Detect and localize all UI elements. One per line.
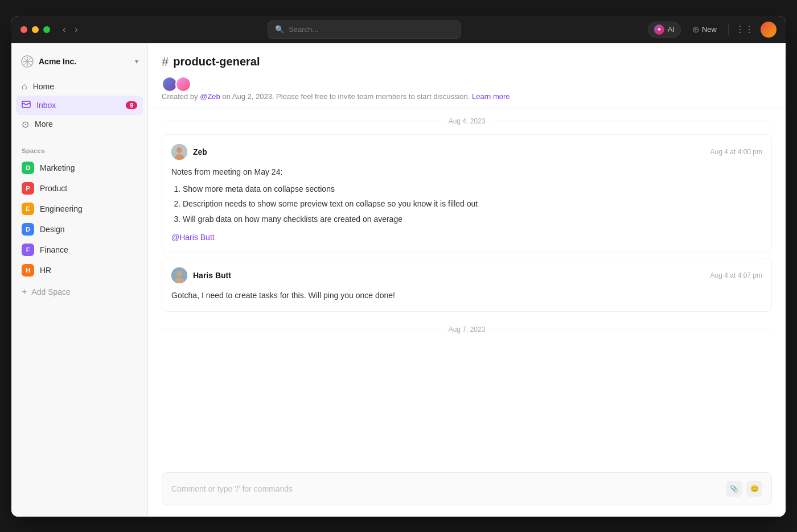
sidebar-item-label: Inbox xyxy=(36,101,56,110)
avatar-zeb xyxy=(171,144,187,160)
message-body-2: Gotcha, I need to create tasks for this.… xyxy=(171,289,762,302)
channel-description: Created by @Zeb on Aug 2, 2023. Please f… xyxy=(162,92,772,101)
description-prefix: Created by xyxy=(162,92,200,101)
main-content: Acme Inc. ▾ ⌂ Home Inbox xyxy=(11,43,786,517)
author-name-haris: Haris Butt xyxy=(193,271,231,280)
message-header-1: Zeb Aug 4 at 4:00 pm xyxy=(171,144,762,160)
channel-members xyxy=(162,76,772,92)
sidebar: Acme Inc. ▾ ⌂ Home Inbox xyxy=(11,43,148,517)
space-item-product[interactable]: P Product xyxy=(16,178,143,199)
space-item-finance[interactable]: F Finance xyxy=(16,240,143,260)
space-icon-hr: H xyxy=(22,264,34,277)
titlebar-right: ✦ AI ⊕ New ⋮⋮ xyxy=(648,22,777,38)
minimize-button[interactable] xyxy=(32,26,39,33)
comment-actions: 📎 😊 xyxy=(726,481,762,497)
space-icon-finance: F xyxy=(22,244,34,256)
space-label: Design xyxy=(40,225,65,234)
space-item-design[interactable]: D Design xyxy=(16,219,143,240)
message-timestamp-2: Aug 4 at 4:07 pm xyxy=(710,271,762,279)
inbox-icon xyxy=(22,100,31,111)
divider xyxy=(728,24,729,35)
ai-icon: ✦ xyxy=(654,24,664,35)
space-icon-design: D xyxy=(22,223,34,236)
sidebar-item-inbox[interactable]: Inbox 9 xyxy=(16,96,143,115)
close-button[interactable] xyxy=(20,26,27,33)
comment-placeholder: Comment or type '/' for commands xyxy=(171,484,293,493)
list-item: Show more meta data on collapse sections xyxy=(183,183,762,195)
attach-icon: 📎 xyxy=(730,485,738,493)
description-suffix: on Aug 2, 2023. Please feel free to invi… xyxy=(220,92,472,101)
channel-title-row: # product-general xyxy=(162,55,772,69)
spaces-section-title: Spaces xyxy=(11,143,147,158)
search-input[interactable] xyxy=(289,25,454,34)
member-avatar-2 xyxy=(175,76,191,92)
new-icon: ⊕ xyxy=(692,24,700,35)
new-label: New xyxy=(702,25,717,34)
nav-arrows: ‹ › xyxy=(59,23,81,36)
sidebar-item-label: More xyxy=(35,119,53,129)
space-label: Engineering xyxy=(40,204,83,213)
sidebar-item-home[interactable]: ⌂ Home xyxy=(16,77,143,96)
messages-area: Aug 4, 2023 xyxy=(148,108,786,463)
workspace-name: Acme Inc. xyxy=(39,57,130,66)
back-arrow[interactable]: ‹ xyxy=(59,23,69,36)
message-card-1: Zeb Aug 4 at 4:00 pm Notes from meeting … xyxy=(162,134,772,254)
inbox-badge: 9 xyxy=(126,101,137,109)
date-separator-aug4: Aug 4, 2023 xyxy=(148,108,786,130)
author-name-zeb: Zeb xyxy=(193,147,207,156)
date-separator-aug7: Aug 7, 2023 xyxy=(148,316,786,338)
space-icon-engineering: E xyxy=(22,203,34,215)
message-author-2: Haris Butt xyxy=(171,267,231,283)
ai-label: AI xyxy=(668,25,675,34)
add-icon: + xyxy=(22,287,27,297)
date-label: Aug 7, 2023 xyxy=(443,325,491,333)
emoji-icon: 😊 xyxy=(750,485,759,493)
space-item-hr[interactable]: H HR xyxy=(16,260,143,281)
titlebar: ‹ › 🔍 ✦ AI ⊕ New ⋮⋮ xyxy=(11,16,786,43)
description-mention[interactable]: @Zeb xyxy=(200,92,220,101)
maximize-button[interactable] xyxy=(43,26,50,33)
list-item: Will grab data on how many checklists ar… xyxy=(183,213,762,225)
message-timestamp-1: Aug 4 at 4:00 pm xyxy=(710,148,762,156)
workspace-header[interactable]: Acme Inc. ▾ xyxy=(11,52,147,77)
search-icon: 🔍 xyxy=(275,25,284,34)
svg-point-10 xyxy=(176,271,182,277)
channel-content: # product-general Created by @Zeb on Aug… xyxy=(148,43,786,517)
sidebar-item-label: Home xyxy=(33,82,54,91)
space-item-engineering[interactable]: E Engineering xyxy=(16,199,143,219)
space-label: HR xyxy=(40,266,51,275)
message-text: Gotcha, I need to create tasks for this.… xyxy=(171,291,395,300)
space-icon-product: P xyxy=(22,182,34,195)
message-body-1: Notes from meeting on May 24: Show more … xyxy=(171,166,762,244)
space-icon-marketing: D xyxy=(22,162,34,174)
message-list: Show more meta data on collapse sections… xyxy=(171,183,762,225)
comment-action-btn-2[interactable]: 😊 xyxy=(746,481,762,497)
date-label: Aug 4, 2023 xyxy=(443,117,491,125)
add-space-button[interactable]: + Add Space xyxy=(11,283,147,301)
forward-arrow[interactable]: › xyxy=(71,23,81,36)
space-label: Product xyxy=(40,184,67,193)
add-space-label: Add Space xyxy=(31,287,71,296)
new-button[interactable]: ⊕ New xyxy=(688,22,721,37)
grid-icon[interactable]: ⋮⋮ xyxy=(736,24,754,35)
message-card-2: Haris Butt Aug 4 at 4:07 pm Gotcha, I ne… xyxy=(162,258,772,311)
learn-more-link[interactable]: Learn more xyxy=(472,92,510,101)
svg-point-7 xyxy=(176,147,182,153)
user-avatar[interactable] xyxy=(761,22,777,38)
comment-area: Comment or type '/' for commands 📎 😊 xyxy=(148,463,786,517)
comment-input-box[interactable]: Comment or type '/' for commands 📎 😊 xyxy=(162,472,772,505)
workspace-icon xyxy=(20,55,34,68)
more-icon: ⊙ xyxy=(22,119,29,130)
space-item-marketing[interactable]: D Marketing xyxy=(16,158,143,178)
ai-button[interactable]: ✦ AI xyxy=(648,22,681,38)
sidebar-item-more[interactable]: ⊙ More xyxy=(16,115,143,134)
window-controls xyxy=(20,26,50,33)
hash-icon: # xyxy=(162,55,169,69)
avatar-haris xyxy=(171,267,187,283)
channel-header: # product-general Created by @Zeb on Aug… xyxy=(148,43,786,108)
sidebar-nav: ⌂ Home Inbox 9 ⊙ More xyxy=(11,77,147,134)
comment-action-btn-1[interactable]: 📎 xyxy=(726,481,742,497)
search-bar[interactable]: 🔍 xyxy=(268,20,461,39)
list-item: Description needs to show some preview t… xyxy=(183,197,762,210)
mention-haris[interactable]: @Haris Butt xyxy=(171,233,215,242)
